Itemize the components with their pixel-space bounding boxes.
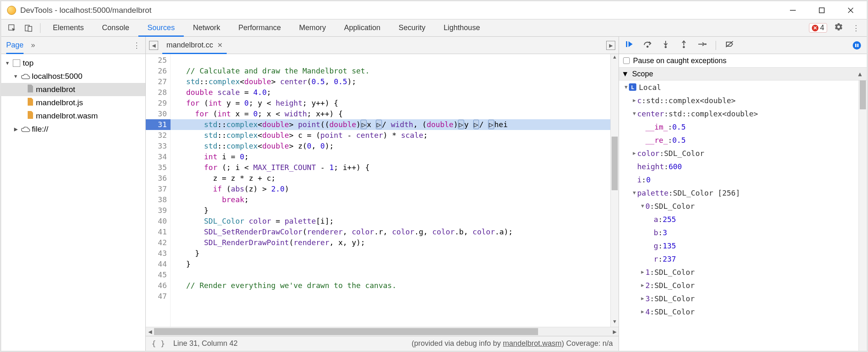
scroll-right-icon[interactable]: ▶ bbox=[610, 327, 619, 336]
error-icon: ✕ bbox=[812, 25, 818, 31]
nav-forward-icon[interactable]: ▸ bbox=[606, 41, 615, 50]
divider bbox=[40, 23, 40, 33]
close-button[interactable] bbox=[846, 6, 855, 15]
editor-scrollbar-vertical[interactable]: ▲ ▼ bbox=[610, 54, 619, 327]
var-p0-r[interactable]: r: 237 bbox=[619, 252, 867, 265]
resume-icon[interactable] bbox=[625, 40, 634, 50]
step-into-icon[interactable] bbox=[661, 40, 670, 50]
tab-performance[interactable]: Performance bbox=[229, 19, 290, 36]
var-color[interactable]: ▶color: SDL_Color bbox=[619, 146, 867, 160]
tab-console[interactable]: Console bbox=[93, 19, 138, 36]
var-i[interactable]: i: 0 bbox=[619, 173, 867, 186]
scope-scrollbar[interactable] bbox=[859, 80, 867, 351]
tree-label: mandelbrot bbox=[36, 85, 75, 94]
navigator-more-icon[interactable]: » bbox=[31, 41, 35, 50]
tree-label: mandelbrot.wasm bbox=[36, 111, 98, 120]
scroll-thumb[interactable] bbox=[860, 80, 866, 109]
error-count-badge[interactable]: ✕ 4 bbox=[809, 23, 827, 33]
editor-tabs: ◂ mandelbrot.cc ✕ ▸ bbox=[146, 37, 619, 54]
svg-rect-6 bbox=[28, 26, 32, 31]
tree-node-file-scheme[interactable]: ▶ file:// bbox=[1, 123, 145, 136]
navigator-menu-icon[interactable]: ⋮ bbox=[133, 41, 140, 50]
step-out-icon[interactable] bbox=[679, 40, 688, 50]
var-p0-b[interactable]: b: 3 bbox=[619, 226, 867, 239]
debugger-toolbar bbox=[619, 37, 867, 54]
var-palette[interactable]: ▼palette: SDL_Color [256] bbox=[619, 186, 867, 199]
tree-node-host[interactable]: ▼ localhost:5000 bbox=[1, 70, 145, 83]
cloud-icon bbox=[21, 73, 29, 79]
scope-label: Scope bbox=[632, 70, 653, 78]
editor-body[interactable]: 2526272829303132333435363738394041424344… bbox=[146, 54, 619, 327]
content-area: Page » ⋮ ▼ top ▼ localhost:5000 mandelbr… bbox=[1, 37, 867, 351]
step-icon[interactable] bbox=[697, 40, 707, 50]
scroll-thumb[interactable] bbox=[154, 328, 538, 335]
close-tab-icon[interactable]: ✕ bbox=[217, 41, 223, 49]
more-menu-icon[interactable]: ⋮ bbox=[850, 24, 862, 33]
var-p0-g[interactable]: g: 135 bbox=[619, 239, 867, 252]
var-palette-0[interactable]: ▼0: SDL_Color bbox=[619, 199, 867, 213]
var-center-re[interactable]: __re_: 0.5 bbox=[619, 133, 867, 146]
var-palette-1[interactable]: ▶1: SDL_Color bbox=[619, 265, 867, 279]
toolbar-divider bbox=[716, 41, 716, 50]
svg-point-12 bbox=[683, 46, 685, 48]
pause-on-caught-row[interactable]: Pause on caught exceptions bbox=[619, 54, 867, 67]
tab-memory[interactable]: Memory bbox=[290, 19, 335, 36]
editor-statusbar: { } Line 31, Column 42 (provided via deb… bbox=[146, 336, 619, 351]
minimize-button[interactable] bbox=[788, 6, 797, 15]
step-over-icon[interactable] bbox=[643, 40, 652, 50]
tree-label: file:// bbox=[32, 125, 48, 134]
tab-sources[interactable]: Sources bbox=[138, 20, 184, 37]
var-height[interactable]: height: 600 bbox=[619, 160, 867, 173]
error-count: 4 bbox=[820, 24, 824, 32]
tree-node-top[interactable]: ▼ top bbox=[1, 57, 145, 70]
status-info: (provided via debug info by mandelbrot.w… bbox=[412, 339, 613, 348]
tab-security[interactable]: Security bbox=[389, 19, 434, 36]
scope-local[interactable]: ▼LLocal bbox=[619, 80, 867, 94]
tab-elements[interactable]: Elements bbox=[44, 19, 93, 36]
navigator-tabs: Page » ⋮ bbox=[1, 37, 145, 54]
tree-file-mandelbrot-js[interactable]: mandelbrot.js bbox=[1, 96, 145, 109]
window-titlebar: DevTools - localhost:5000/mandelbrot bbox=[1, 1, 867, 19]
scroll-down-icon[interactable]: ▼ bbox=[611, 319, 619, 327]
scroll-thumb[interactable] bbox=[612, 137, 618, 190]
window-controls bbox=[788, 6, 863, 15]
svg-point-8 bbox=[647, 46, 649, 48]
var-palette-4[interactable]: ▶4: SDL_Color bbox=[619, 305, 867, 318]
editor-tab-mandelbrot-cc[interactable]: mandelbrot.cc ✕ bbox=[162, 37, 227, 54]
code-area[interactable]: // Calculate and draw the Mandelbrot set… bbox=[171, 54, 619, 327]
maximize-button[interactable] bbox=[817, 6, 826, 15]
scroll-up-icon[interactable]: ▲ bbox=[611, 54, 619, 62]
var-p0-a[interactable]: a: 255 bbox=[619, 213, 867, 226]
tab-application[interactable]: Application bbox=[335, 19, 389, 36]
var-palette-3[interactable]: ▶3: SDL_Color bbox=[619, 292, 867, 305]
checkbox[interactable] bbox=[623, 57, 630, 64]
navigator-tab-page[interactable]: Page bbox=[6, 37, 24, 54]
devtools-app-icon bbox=[7, 6, 16, 15]
var-center-im[interactable]: __im_: 0.5 bbox=[619, 120, 867, 133]
svg-point-14 bbox=[705, 43, 707, 45]
pause-on-exceptions-icon[interactable] bbox=[853, 41, 861, 50]
scroll-left-icon[interactable]: ◀ bbox=[146, 327, 154, 336]
expand-icon[interactable]: ▴ bbox=[858, 69, 864, 78]
editor-scrollbar-horizontal[interactable]: ◀ ▶ bbox=[146, 327, 619, 336]
deactivate-breakpoints-icon[interactable] bbox=[725, 40, 734, 50]
var-c[interactable]: ▶c: std::complex<double> bbox=[619, 94, 867, 107]
pause-on-caught-label: Pause on caught exceptions bbox=[633, 57, 726, 65]
pretty-print-icon[interactable]: { } bbox=[152, 339, 165, 348]
var-palette-2[interactable]: ▶2: SDL_Color bbox=[619, 279, 867, 292]
line-gutter[interactable]: 2526272829303132333435363738394041424344… bbox=[146, 54, 171, 327]
scope-header[interactable]: ▼ Scope ▴ bbox=[619, 67, 867, 80]
settings-gear-icon[interactable] bbox=[833, 22, 844, 33]
tree-file-mandelbrot[interactable]: mandelbrot bbox=[1, 83, 145, 96]
inspect-element-icon[interactable] bbox=[4, 19, 20, 36]
device-toolbar-icon[interactable] bbox=[20, 19, 37, 36]
triangle-down-icon: ▼ bbox=[621, 70, 629, 78]
var-center[interactable]: ▼center: std::complex<double> bbox=[619, 107, 867, 120]
tab-lighthouse[interactable]: Lighthouse bbox=[434, 19, 489, 36]
main-tabstrip: Elements Console Sources Network Perform… bbox=[1, 19, 867, 37]
wasm-source-link[interactable]: mandelbrot.wasm bbox=[503, 339, 562, 347]
tree-file-mandelbrot-wasm[interactable]: mandelbrot.wasm bbox=[1, 109, 145, 123]
nav-back-icon[interactable]: ◂ bbox=[149, 41, 158, 50]
tab-network[interactable]: Network bbox=[184, 19, 229, 36]
tree-label: top bbox=[23, 59, 33, 68]
